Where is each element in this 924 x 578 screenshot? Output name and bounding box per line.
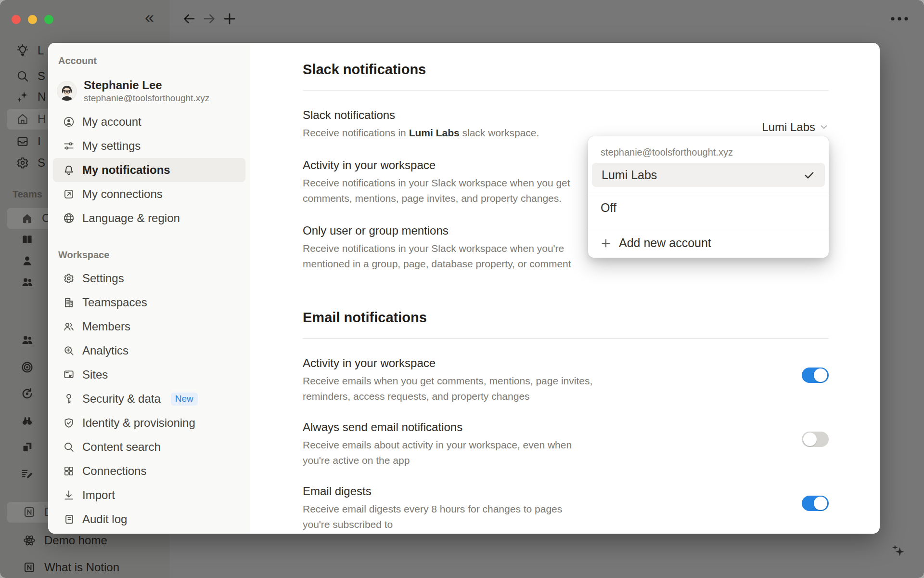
slack-section-title: Slack notifications [303, 61, 829, 78]
sidebar-workspace-item-connections[interactable]: Connections [53, 459, 245, 483]
slack-workspace-menu: stephanie@toolsforthought.xyz Lumi LabsO… [588, 136, 829, 258]
setting-title: Email digests [303, 484, 562, 499]
download-icon [63, 489, 75, 501]
add-new-account-button[interactable]: Add new account [588, 229, 829, 252]
setting-title: Always send email notifications [303, 420, 572, 434]
sidebar-item-label: My notifications [82, 163, 170, 177]
menu-option-label: Off [601, 201, 616, 215]
sidebar-workspace-item-content-search[interactable]: Content search [53, 435, 245, 459]
add-new-account-label: Add new account [619, 236, 711, 250]
shield-check-icon [63, 417, 75, 429]
sidebar-workspace-item-audit-log[interactable]: Audit log [53, 507, 245, 531]
plus-icon [600, 237, 612, 250]
new-badge: New [171, 393, 198, 406]
setting-description: Receive notifications in your Slack work… [303, 175, 570, 206]
setting-description: Receive notifications in Lumi Labs slack… [303, 125, 539, 141]
toggle-knob [814, 368, 827, 382]
setting-title: Slack notifications [303, 108, 539, 122]
profile-email: stephanie@toolsforthought.xyz [84, 92, 209, 104]
account-section-label: Account [58, 55, 250, 66]
notion-window: Teams LSNHISCDDemo homeWhat is Notion « … [0, 0, 924, 578]
globe-icon [63, 212, 75, 224]
profile-row[interactable]: Stephanie Lee stephanie@toolsforthought.… [57, 78, 245, 104]
sidebar-item-label: Import [82, 488, 115, 502]
sidebar-item-label: My settings [82, 139, 141, 153]
gear-icon [63, 272, 75, 285]
setting-row-email-digests: Email digestsReceive email digests every… [303, 484, 829, 532]
sidebar-item-label: My connections [82, 187, 163, 201]
setting-title: Activity in your workspace [303, 356, 592, 370]
chevron-down-icon [819, 122, 829, 132]
browser-icon [63, 368, 75, 381]
dropdown-value: Lumi Labs [762, 120, 815, 134]
toggle-always-send-email-notifications[interactable] [802, 432, 829, 447]
zoom-window-button[interactable] [44, 15, 53, 24]
magnifier-plus-icon [63, 344, 75, 357]
sidebar-account-item-my-settings[interactable]: My settings [53, 134, 245, 158]
setting-description: Receive email digests every 8 hours for … [303, 501, 562, 532]
setting-title: Only user or group mentions [303, 223, 571, 238]
sidebar-workspace-item-teamspaces[interactable]: Teamspaces [53, 290, 245, 315]
menu-option-off[interactable]: Off [588, 193, 829, 223]
window-controls [12, 15, 53, 24]
email-section-title: Email notifications [303, 309, 829, 326]
building-icon [63, 296, 75, 309]
setting-row-always-send-email-notifications: Always send email notificationsReceive e… [303, 420, 829, 468]
check-icon [803, 169, 815, 181]
scroll-icon [63, 513, 75, 525]
sidebar-account-item-my-account[interactable]: My account [53, 110, 245, 134]
toggle-email-digests[interactable] [802, 496, 829, 511]
settings-content: Slack notifications Slack notificationsR… [250, 43, 880, 534]
divider [303, 90, 829, 91]
setting-title: Activity in your workspace [303, 158, 570, 172]
setting-description: Receive emails when you get comments, me… [303, 373, 592, 404]
divider [303, 338, 829, 339]
arrow-up-right-square-icon [63, 188, 75, 200]
bell-icon [63, 164, 75, 176]
sidebar-item-label: Audit log [82, 512, 127, 526]
sidebar-workspace-item-import[interactable]: Import [53, 483, 245, 507]
settings-modal: Account Stephanie Lee stephanie@toolsfor… [48, 43, 880, 534]
close-window-button[interactable] [12, 15, 21, 24]
toggle-knob [814, 497, 827, 510]
sidebar-workspace-item-analytics[interactable]: Analytics [53, 339, 245, 363]
minimize-window-button[interactable] [28, 15, 37, 24]
grid-icon [63, 465, 75, 477]
sidebar-item-label: My account [82, 115, 141, 129]
sidebar-item-label: Teamspaces [82, 296, 147, 309]
magnifier-icon [63, 441, 75, 453]
sidebar-workspace-item-members[interactable]: Members [53, 315, 245, 339]
sidebar-workspace-item-settings[interactable]: Settings [53, 266, 245, 290]
menu-option-label: Lumi Labs [602, 168, 657, 182]
setting-description: Receive emails about activity in your wo… [303, 437, 572, 468]
toggle-knob [803, 433, 817, 446]
menu-option-lumi-labs[interactable]: Lumi Labs [592, 163, 825, 187]
sidebar-account-item-my-notifications[interactable]: My notifications [53, 158, 245, 182]
workspace-section-label: Workspace [58, 250, 250, 261]
setting-description: Receive notifications in your Slack work… [303, 241, 571, 272]
sidebar-item-label: Content search [82, 440, 161, 454]
people-icon [63, 320, 75, 333]
sidebar-item-label: Identity & provisioning [82, 416, 195, 430]
setting-row-activity-in-your-workspace: Activity in your workspaceReceive emails… [303, 356, 829, 404]
sidebar-workspace-item-security-data[interactable]: Security & dataNew [53, 387, 245, 411]
setting-row-slack-notifications: Slack notificationsReceive notifications… [303, 108, 829, 141]
sidebar-item-label: Connections [82, 464, 146, 478]
sidebar-account-item-language-region[interactable]: Language & region [53, 206, 245, 230]
profile-name: Stephanie Lee [84, 78, 209, 92]
sidebar-item-label: Sites [82, 368, 108, 381]
person-circle-icon [63, 116, 75, 128]
sidebar-item-label: Settings [82, 272, 124, 285]
avatar [57, 81, 77, 101]
sidebar-workspace-item-identity-provisioning[interactable]: Identity & provisioning [53, 411, 245, 435]
sidebar-item-label: Security & data [82, 392, 161, 406]
menu-account-header: stephanie@toolsforthought.xyz [588, 141, 829, 163]
toggle-activity-in-your-workspace[interactable] [802, 368, 829, 383]
key-icon [63, 393, 75, 405]
sidebar-item-label: Language & region [82, 211, 180, 225]
sidebar-account-item-my-connections[interactable]: My connections [53, 182, 245, 206]
sidebar-item-label: Analytics [82, 344, 128, 357]
settings-sidebar: Account Stephanie Lee stephanie@toolsfor… [48, 43, 250, 534]
slack-workspace-dropdown[interactable]: Lumi Labs [762, 120, 829, 134]
sidebar-workspace-item-sites[interactable]: Sites [53, 363, 245, 387]
